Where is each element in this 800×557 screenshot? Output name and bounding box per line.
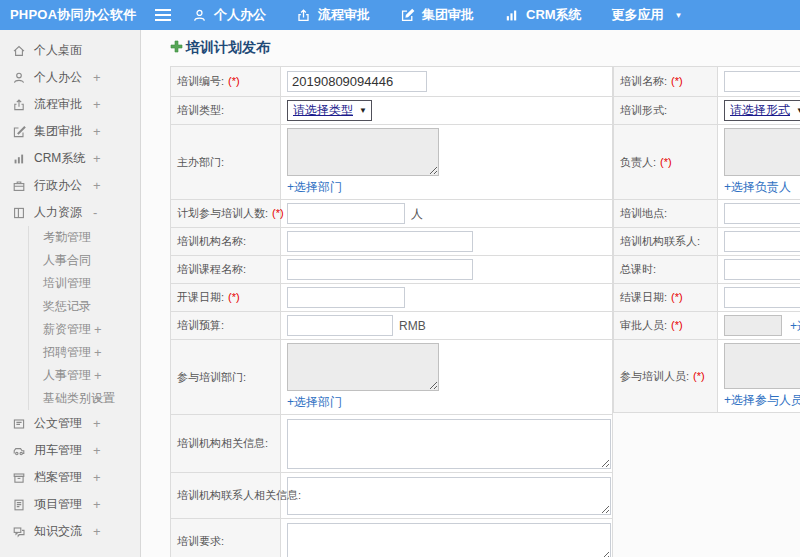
- sidebar-item-salary[interactable]: 薪资管理+: [29, 318, 140, 341]
- nav-label: CRM系统: [526, 6, 582, 24]
- sidebar-item-label: 个人桌面: [34, 42, 82, 59]
- required-mark: (*): [228, 75, 240, 87]
- hamburger-menu-icon[interactable]: [148, 9, 178, 21]
- field-label: 培训预算:: [171, 312, 281, 340]
- sidebar-item-admin-office[interactable]: 行政办公 +: [0, 172, 140, 199]
- sidebar-item-base-category[interactable]: 基础类别设置+: [29, 387, 140, 410]
- sidebar-item-label: CRM系统: [34, 150, 85, 167]
- top-header: PHPOA协同办公软件 个人办公 流程审批 集团审批 CRM系统 更多应用 ▼: [0, 0, 800, 30]
- field-label: 培训机构联系人相关信息:: [171, 473, 281, 519]
- field-label: 参与培训部门:: [171, 340, 281, 415]
- join-person-textarea[interactable]: [724, 343, 800, 389]
- org-name-input[interactable]: [287, 231, 473, 252]
- caret-down-icon: ▼: [796, 106, 800, 115]
- course-name-input[interactable]: [287, 259, 473, 280]
- sidebar-item-documents[interactable]: 公文管理 +: [0, 410, 140, 437]
- host-dept-textarea[interactable]: [287, 128, 439, 176]
- car-icon: [12, 444, 26, 458]
- collapse-minus-icon[interactable]: -: [93, 205, 97, 220]
- sidebar-item-recruitment[interactable]: 招聘管理+: [29, 341, 140, 364]
- field-label: 培训机构相关信息:: [171, 415, 281, 473]
- sidebar-item-label: 培训管理: [43, 275, 91, 292]
- sidebar-item-archives[interactable]: 档案管理 +: [0, 464, 140, 491]
- nav-label: 流程审批: [318, 6, 370, 24]
- required-mark: (*): [671, 319, 683, 331]
- org-contact-input[interactable]: [724, 231, 800, 252]
- training-form-select[interactable]: 请选择形式▼: [724, 100, 800, 121]
- select-join-dept-link[interactable]: +选择部门: [287, 394, 342, 411]
- nav-item-group-approval[interactable]: 集团审批: [400, 6, 474, 24]
- requirement-textarea[interactable]: [287, 523, 611, 557]
- sidebar-item-desktop[interactable]: 个人桌面: [0, 37, 140, 64]
- sidebar-item-label: 公文管理: [34, 415, 82, 432]
- field-label: 结课日期:(*): [614, 284, 718, 312]
- sidebar-item-label: 人力资源: [34, 204, 82, 221]
- total-hours-input[interactable]: [724, 259, 800, 280]
- expand-plus-icon[interactable]: +: [94, 368, 102, 383]
- expand-plus-icon[interactable]: +: [93, 470, 101, 485]
- field-label: 培训机构联系人:: [614, 228, 718, 256]
- sidebar-item-group-approval[interactable]: 集团审批 +: [0, 118, 140, 145]
- nav-item-more-apps[interactable]: 更多应用 ▼: [612, 6, 683, 24]
- training-no-input[interactable]: [287, 71, 427, 92]
- caret-down-icon: ▼: [675, 11, 683, 20]
- sidebar-item-knowledge[interactable]: 知识交流 +: [0, 518, 140, 545]
- sidebar-item-workflow-approval[interactable]: 流程审批 +: [0, 91, 140, 118]
- location-input[interactable]: [724, 203, 800, 224]
- expand-plus-icon[interactable]: +: [93, 178, 101, 193]
- sidebar-item-crm[interactable]: CRM系统 +: [0, 145, 140, 172]
- expand-plus-icon[interactable]: +: [93, 70, 101, 85]
- org-contact-info-textarea[interactable]: [287, 477, 611, 515]
- expand-plus-icon[interactable]: +: [93, 97, 101, 112]
- join-dept-textarea[interactable]: [287, 343, 439, 391]
- edit-square-icon: [12, 125, 26, 139]
- approver-input[interactable]: [724, 315, 782, 336]
- select-dept-link[interactable]: +选择部门: [287, 179, 342, 196]
- expand-plus-icon[interactable]: +: [94, 391, 102, 406]
- sidebar-item-label: 档案管理: [34, 469, 82, 486]
- end-date-input[interactable]: [724, 287, 800, 308]
- top-nav: 个人办公 流程审批 集团审批 CRM系统 更多应用 ▼: [192, 6, 713, 24]
- budget-input[interactable]: [287, 315, 393, 336]
- sidebar-item-training[interactable]: 培训管理: [29, 272, 140, 295]
- participants-count-input[interactable]: [287, 203, 405, 224]
- sidebar-item-label: 薪资管理: [43, 321, 91, 338]
- nav-item-workflow-approval[interactable]: 流程审批: [296, 6, 370, 24]
- required-mark: (*): [693, 370, 705, 382]
- unit-suffix: 人: [411, 207, 423, 221]
- start-date-input[interactable]: [287, 287, 405, 308]
- sidebar-item-hr-contract[interactable]: 人事合同: [29, 249, 140, 272]
- select-approver-link[interactable]: +选择审批人员: [790, 319, 800, 333]
- expand-plus-icon[interactable]: +: [94, 322, 102, 337]
- sidebar-item-personnel[interactable]: 人事管理+: [29, 364, 140, 387]
- sidebar-item-label: 人事管理: [43, 367, 91, 384]
- nav-item-personal-office[interactable]: 个人办公: [192, 6, 266, 24]
- expand-plus-icon[interactable]: +: [93, 416, 101, 431]
- expand-plus-icon[interactable]: +: [93, 443, 101, 458]
- leader-textarea[interactable]: [724, 128, 800, 176]
- nav-item-crm[interactable]: CRM系统: [504, 6, 582, 24]
- field-label: 主办部门:: [171, 125, 281, 200]
- field-label: 培训地点:: [614, 200, 718, 228]
- expand-plus-icon[interactable]: +: [93, 124, 101, 139]
- document-icon: [12, 417, 26, 431]
- field-label: 审批人员:(*): [614, 312, 718, 340]
- sidebar-item-rewards[interactable]: 奖惩记录: [29, 295, 140, 318]
- sidebar-item-vehicle[interactable]: 用车管理 +: [0, 437, 140, 464]
- training-type-select[interactable]: 请选择类型▼: [287, 100, 372, 121]
- training-name-input[interactable]: [724, 71, 800, 92]
- expand-plus-icon[interactable]: +: [94, 345, 102, 360]
- select-leader-link[interactable]: +选择负责人: [724, 179, 791, 196]
- select-join-person-link[interactable]: +选择参与人员: [724, 392, 800, 409]
- sidebar-item-attendance[interactable]: 考勤管理: [29, 226, 140, 249]
- field-label: 开课日期:(*): [171, 284, 281, 312]
- org-info-textarea[interactable]: [287, 419, 611, 469]
- sidebar-item-hr[interactable]: 人力资源 -: [0, 199, 140, 226]
- expand-plus-icon[interactable]: +: [93, 497, 101, 512]
- sidebar-item-personal-office[interactable]: 个人办公 +: [0, 64, 140, 91]
- sidebar-item-label: 奖惩记录: [43, 298, 91, 315]
- expand-plus-icon[interactable]: +: [93, 151, 101, 166]
- nav-label: 更多应用: [612, 6, 664, 24]
- expand-plus-icon[interactable]: +: [93, 524, 101, 539]
- sidebar-item-projects[interactable]: 项目管理 +: [0, 491, 140, 518]
